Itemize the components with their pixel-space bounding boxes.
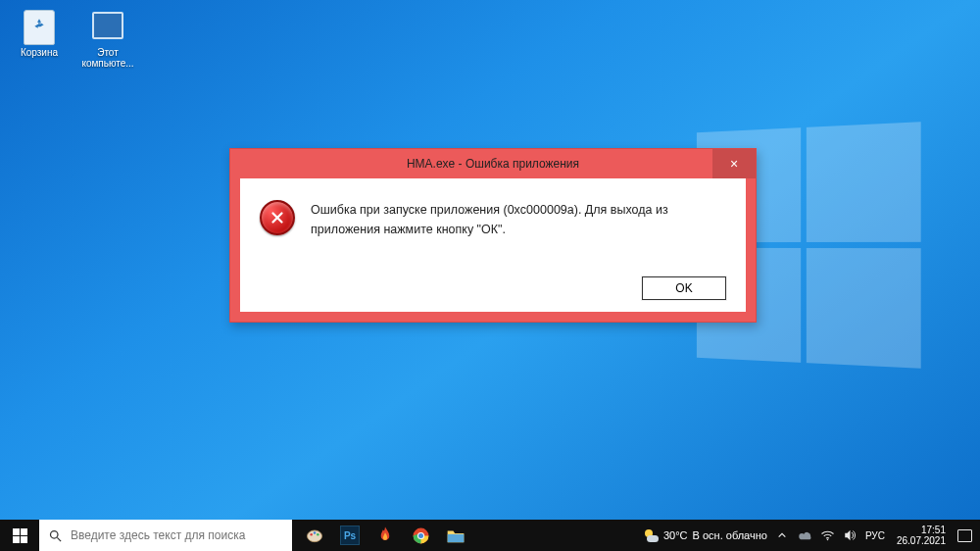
taskbar-app-file-explorer[interactable] xyxy=(439,520,472,551)
weather-widget[interactable]: 30°C В осн. облачно xyxy=(643,527,767,543)
photoshop-icon: Ps xyxy=(340,526,360,545)
paint-icon xyxy=(305,526,324,545)
close-icon: × xyxy=(730,156,738,172)
error-dialog: HMA.exe - Ошибка приложения × Ошибка при… xyxy=(229,148,757,323)
dialog-titlebar[interactable]: HMA.exe - Ошибка приложения × xyxy=(230,149,756,178)
tray-notifications-icon[interactable] xyxy=(957,528,972,543)
weather-temp: 30°C xyxy=(663,529,688,541)
ok-button[interactable]: OK xyxy=(642,276,726,300)
dialog-body: Ошибка при запуске приложения (0xc000009… xyxy=(240,178,746,312)
svg-point-4 xyxy=(314,531,317,534)
taskbar-app-paint[interactable] xyxy=(298,520,331,551)
chrome-icon xyxy=(412,526,430,545)
tray-time: 17:51 xyxy=(897,525,946,536)
search-box[interactable] xyxy=(39,520,292,551)
error-icon xyxy=(260,200,295,235)
desktop-icon-recycle-bin[interactable]: Корзина xyxy=(12,6,67,69)
weather-icon xyxy=(643,527,659,543)
desktop-icon-label: Корзина xyxy=(12,47,67,58)
svg-point-0 xyxy=(50,530,58,538)
tray-onedrive-icon[interactable] xyxy=(798,528,812,543)
tray-chevron-up-icon[interactable] xyxy=(775,528,790,543)
desktop-icon-this-pc[interactable]: Этот компьюте... xyxy=(80,6,135,69)
tray-clock[interactable]: 17:51 26.07.2021 xyxy=(893,525,950,547)
svg-point-5 xyxy=(317,533,319,536)
taskbar-app-photoshop[interactable]: Ps xyxy=(333,520,367,551)
svg-point-9 xyxy=(827,539,829,541)
search-input[interactable] xyxy=(71,528,292,542)
dialog-title: HMA.exe - Ошибка приложения xyxy=(407,157,579,171)
taskbar: Ps 30°C В осн. облачно РУС xyxy=(0,520,980,551)
recycle-icon xyxy=(31,18,47,33)
tray-date: 26.07.2021 xyxy=(897,535,946,547)
desktop-icons: Корзина Этот компьюте... xyxy=(12,6,135,69)
taskbar-apps: Ps xyxy=(298,520,472,551)
desktop-icon-label: Этот компьюте... xyxy=(80,47,135,69)
folder-icon xyxy=(446,527,466,544)
start-button[interactable] xyxy=(0,520,39,551)
flame-icon xyxy=(376,526,394,545)
windows-icon xyxy=(13,528,27,543)
tray-wifi-icon[interactable] xyxy=(820,528,835,543)
tray-language[interactable]: РУС xyxy=(865,530,885,541)
taskbar-app-ccleaner[interactable] xyxy=(368,520,402,551)
svg-point-8 xyxy=(417,532,422,537)
dialog-message: Ошибка при запуске приложения (0xc000009… xyxy=(311,200,722,239)
tray-volume-icon[interactable] xyxy=(843,528,858,543)
weather-desc: В осн. облачно xyxy=(693,529,767,541)
taskbar-app-chrome[interactable] xyxy=(404,520,437,551)
system-tray: 30°C В осн. облачно РУС 17:51 26.07.2021 xyxy=(635,520,980,551)
search-icon xyxy=(39,528,71,543)
svg-line-1 xyxy=(57,537,61,541)
close-button[interactable]: × xyxy=(712,149,756,178)
svg-point-3 xyxy=(310,533,313,536)
